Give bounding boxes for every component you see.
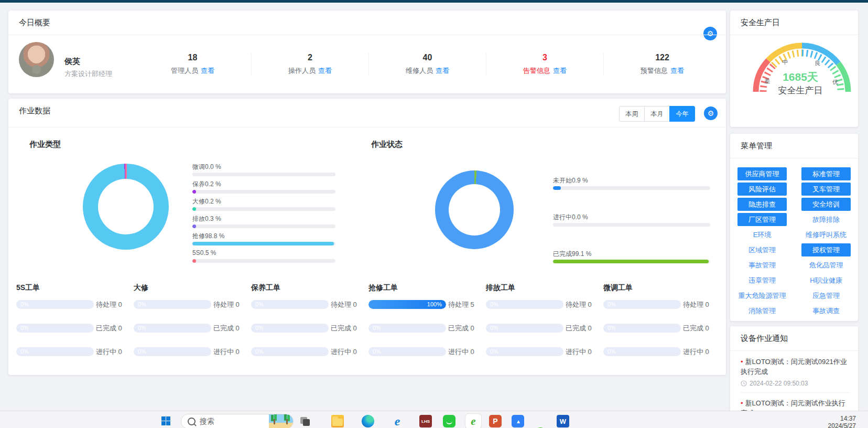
menu-button[interactable]: 故障排除 <box>801 213 851 226</box>
work-order-row-label: 待处理 5 <box>448 300 474 309</box>
clock-icon <box>741 380 747 387</box>
equipment-notice-title: 设备作业通知 <box>741 334 788 344</box>
work-order-row: 0%已完成 0 <box>251 324 368 333</box>
tab-this-week[interactable]: 本周 <box>619 106 645 122</box>
work-order-row-label: 已完成 0 <box>213 324 240 333</box>
menu-button[interactable]: 风险评估 <box>737 183 787 196</box>
menu-button[interactable]: 应急管理 <box>801 289 851 302</box>
stat-managers: 18 管理人员查看 <box>134 53 251 76</box>
view-link[interactable]: 查看 <box>201 67 214 74</box>
stat-value: 18 <box>134 53 251 62</box>
work-order-row-label: 进行中 0 <box>96 347 122 357</box>
stat-value: 122 <box>604 53 721 62</box>
safety-days-title: 安全生产日 <box>741 18 780 28</box>
stat-label: 管理人员 <box>171 67 198 74</box>
safety-gauge: 差 中 良 优 1685天 安全生产日 <box>750 39 854 97</box>
notice-item-text[interactable]: •新LOTO测试：闰元测试0921作业执行完成 <box>741 357 850 377</box>
work-order-title: 保养工单 <box>251 283 368 293</box>
view-link[interactable]: 查看 <box>553 67 567 74</box>
work-order-row: 0%进行中 0 <box>486 347 603 356</box>
windows-start-icon[interactable] <box>161 416 170 425</box>
progress-percent-label: 0% <box>20 300 29 309</box>
work-order-row: 0%待处理 0 <box>486 300 603 309</box>
work-order-progressbar: 0% <box>368 324 446 333</box>
menu-button[interactable]: 消除管理 <box>737 304 787 317</box>
legend-label: 微调0.0 % <box>192 163 335 170</box>
taskbar-clock[interactable]: 14:37 2024/5/27 <box>828 415 856 428</box>
equipment-notice-card: 设备作业通知 •新LOTO测试：闰元测试0921作业执行完成2024-02-22… <box>730 326 858 414</box>
task-view-icon[interactable] <box>299 415 311 427</box>
progress-percent-label: 0% <box>20 347 29 356</box>
work-type-section-title: 作业类型 <box>29 140 61 149</box>
menu-button[interactable]: 隐患排查 <box>737 198 787 211</box>
menu-button[interactable]: 维修呼叫系统 <box>801 228 851 241</box>
stat-value: 40 <box>369 53 486 62</box>
app-store-icon[interactable] <box>443 415 455 427</box>
menu-button[interactable]: 叉车管理 <box>801 183 851 196</box>
menu-button[interactable]: 厂区管理 <box>737 213 787 226</box>
menu-button[interactable]: 事故调查 <box>801 304 851 317</box>
lhs-app-icon[interactable]: LHS <box>419 415 432 427</box>
legend-item: 抢修98.8 % <box>192 232 335 245</box>
progress-percent-label: 0% <box>607 324 616 333</box>
divider <box>8 127 726 127</box>
work-order-row: 0%进行中 0 <box>368 347 486 356</box>
work-order-row-label: 待处理 0 <box>683 300 709 309</box>
work-order-card: 抢修工单100%待处理 50%已完成 00%进行中 0 <box>368 283 486 371</box>
user-role: 方案设计部经理 <box>64 69 112 79</box>
legend-label: 保养0.2 % <box>192 180 335 188</box>
menu-button[interactable]: 授权管理 <box>801 243 851 256</box>
tab-this-month[interactable]: 本月 <box>644 106 670 122</box>
360-browser-icon[interactable]: e <box>465 414 481 428</box>
menu-button[interactable]: 供应商管理 <box>737 167 787 180</box>
view-link[interactable]: 查看 <box>670 67 684 74</box>
overview-stats: 18 管理人员查看 2 操作人员查看 40 维修人员查看 3 告警信息查看 12… <box>134 35 721 93</box>
work-order-row-label: 已完成 0 <box>331 324 357 333</box>
menu-button[interactable]: E环境 <box>737 228 787 241</box>
progress-percent-label: 0% <box>607 300 616 309</box>
word-icon[interactable]: W <box>557 415 569 427</box>
stat-warnings: 122 预警信息查看 <box>603 53 721 76</box>
safety-days-value: 1685天 <box>750 70 851 84</box>
menu-button[interactable]: H职业健康 <box>801 274 851 287</box>
menu-button[interactable]: 违章管理 <box>737 274 787 287</box>
progress-percent-label: 0% <box>373 324 381 333</box>
work-order-row-label: 进行中 0 <box>566 347 592 357</box>
notice-timestamp: 2024-02-22 09:50:03 <box>741 380 850 387</box>
work-order-title: 抢修工单 <box>368 283 486 293</box>
work-order-progressbar: 0% <box>486 347 563 356</box>
work-order-row: 0%进行中 0 <box>16 347 134 356</box>
work-order-row-label: 已完成 0 <box>448 324 474 333</box>
legend-bar <box>192 224 335 228</box>
menu-button[interactable]: 安全培训 <box>801 198 851 211</box>
work-data-settings-button[interactable]: ⚙ <box>704 106 718 120</box>
work-order-progressbar: 0% <box>603 347 681 356</box>
menu-button[interactable]: 事故管理 <box>737 259 787 272</box>
edge-icon[interactable] <box>362 415 374 427</box>
progress-percent-label: 0% <box>373 347 381 356</box>
tab-this-year[interactable]: 今年 <box>669 106 695 122</box>
menu-button[interactable]: 重大危险源管理 <box>737 289 787 302</box>
work-order-progressbar: 0% <box>251 347 329 356</box>
legend-bar <box>192 190 335 194</box>
lanhu-icon[interactable]: ▲ <box>512 415 524 427</box>
work-order-row: 0%已完成 0 <box>16 324 134 333</box>
file-explorer-icon[interactable] <box>331 415 344 427</box>
view-link[interactable]: 查看 <box>318 67 332 74</box>
taskbar-search-input[interactable]: 搜索 <box>181 414 294 428</box>
view-link[interactable]: 查看 <box>436 67 449 74</box>
work-order-row: 100%待处理 5 <box>368 300 486 309</box>
powerpoint-icon[interactable]: P <box>489 415 502 427</box>
work-order-progressbar: 0% <box>16 347 94 356</box>
stat-maintenance-staff: 40 维修人员查看 <box>368 53 486 76</box>
clock-time: 14:37 <box>828 415 856 422</box>
menu-button[interactable]: 危化品管理 <box>801 259 851 272</box>
menu-button[interactable]: 标准管理 <box>801 167 851 180</box>
legend-label: 进行中0.0 % <box>553 213 710 221</box>
legend-label: 未开始0.9 % <box>553 176 710 184</box>
work-order-row: 0%已完成 0 <box>603 324 721 333</box>
user-avatar <box>19 42 54 77</box>
ie-browser-icon[interactable]: e <box>391 415 404 427</box>
work-order-row-label: 待处理 0 <box>96 300 122 309</box>
menu-button[interactable]: 区域管理 <box>737 243 787 256</box>
